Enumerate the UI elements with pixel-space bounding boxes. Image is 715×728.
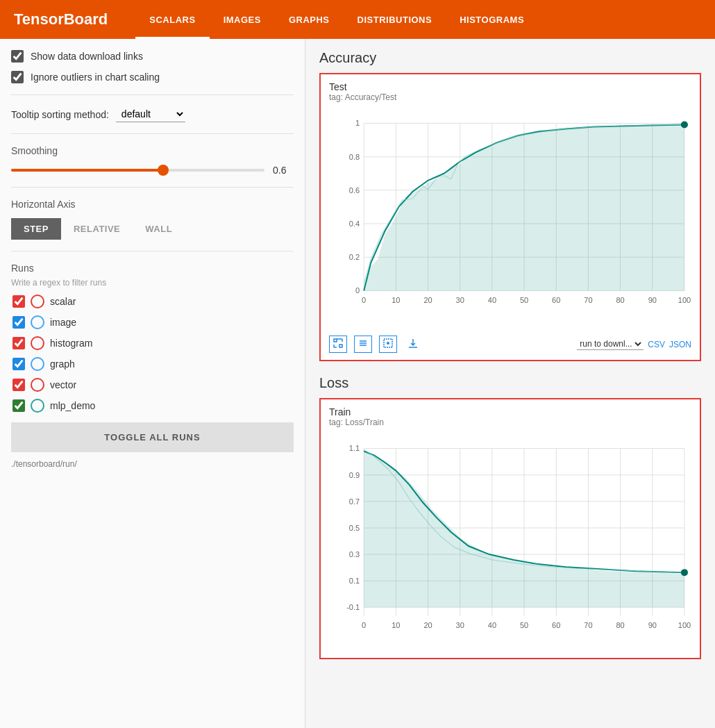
run-item-vector: vector (11, 375, 294, 395)
app-container: TensorBoard SCALARS IMAGES GRAPHS DISTRI… (0, 0, 715, 728)
svg-text:10: 10 (392, 621, 400, 629)
accuracy-run-select[interactable]: run to downl... (577, 338, 644, 350)
divider-1 (11, 94, 294, 95)
svg-text:40: 40 (488, 621, 496, 629)
svg-text:90: 90 (648, 296, 657, 304)
run-checkbox-mlp-demo[interactable] (12, 399, 25, 412)
accuracy-chart-tag: tag: Accuracy/Test (329, 92, 691, 102)
slider-row: 0.6 (11, 165, 294, 176)
loss-chart-title: Train (329, 406, 691, 417)
run-name-graph: graph (50, 358, 75, 370)
svg-text:0.8: 0.8 (349, 153, 360, 161)
run-checkbox-scalar[interactable] (12, 295, 25, 308)
smoothing-section: Smoothing 0.6 (11, 145, 294, 176)
nav-images[interactable]: IMAGES (210, 0, 275, 39)
loss-section: Loss Train tag: Loss/Train (319, 375, 701, 659)
run-item-image: image (11, 313, 294, 332)
run-circle-vector (31, 378, 44, 392)
nav-graphs[interactable]: GRAPHS (275, 0, 344, 39)
run-name-vector: vector (50, 379, 76, 390)
show-download-label: Show data download links (31, 51, 143, 62)
app-body: Show data download links Ignore outliers… (0, 39, 715, 728)
run-item-histogram: histogram (11, 333, 294, 353)
run-item-graph: graph (11, 354, 294, 374)
accuracy-title: Accuracy (319, 50, 701, 66)
accuracy-select-button[interactable] (379, 336, 397, 353)
accuracy-expand-button[interactable] (329, 336, 347, 353)
svg-rect-34 (334, 339, 337, 342)
accuracy-json-link[interactable]: JSON (669, 340, 691, 349)
accuracy-y-labels: 1 0.8 0.6 0.4 0.2 0 (349, 119, 360, 295)
accuracy-chart-area: 1 0.8 0.6 0.4 0.2 0 0 10 2 (329, 106, 691, 329)
tooltip-select[interactable]: default descending ascending nearest (116, 106, 185, 122)
slider-track (11, 169, 264, 172)
smoothing-label: Smoothing (11, 145, 294, 156)
svg-text:-0.1: -0.1 (346, 603, 360, 611)
smoothing-value: 0.6 (273, 165, 294, 176)
accuracy-data-button[interactable] (354, 336, 372, 353)
run-checkbox-vector[interactable] (12, 379, 25, 391)
nav-scalars[interactable]: SCALARS (135, 0, 209, 39)
run-checkbox-graph[interactable] (12, 358, 25, 370)
svg-point-44 (387, 342, 389, 345)
svg-text:60: 60 (552, 296, 560, 304)
divider-3 (11, 187, 294, 188)
svg-text:20: 20 (423, 296, 432, 304)
svg-text:1.1: 1.1 (349, 444, 360, 452)
run-circle-graph (31, 357, 44, 371)
accuracy-chart-card: Test tag: Accuracy/Test (319, 73, 701, 361)
run-item-mlp-demo: mlp_demo (11, 396, 294, 415)
svg-text:100: 100 (678, 296, 691, 304)
show-download-row: Show data download links (11, 50, 294, 63)
nav-histograms[interactable]: HISTOGRAMS (446, 0, 538, 39)
run-name-scalar: scalar (50, 296, 76, 307)
accuracy-download-button[interactable] (404, 336, 422, 353)
accuracy-csv-link[interactable]: CSV (648, 340, 665, 349)
svg-text:0.1: 0.1 (349, 577, 360, 585)
svg-text:30: 30 (456, 621, 464, 629)
svg-text:80: 80 (616, 296, 624, 304)
ignore-outliers-row: Ignore outliers in chart scaling (11, 71, 294, 83)
runs-label: Runs (11, 263, 294, 274)
run-name-image: image (50, 317, 76, 328)
run-circle-image (31, 315, 44, 329)
slider-thumb[interactable] (158, 165, 169, 176)
svg-text:0.6: 0.6 (349, 186, 360, 195)
header: TensorBoard SCALARS IMAGES GRAPHS DISTRI… (0, 0, 715, 39)
loss-end-dot (681, 569, 688, 576)
axis-step-button[interactable]: STEP (11, 218, 61, 240)
runs-list: scalar image histogram (11, 292, 294, 415)
accuracy-chart-svg: 1 0.8 0.6 0.4 0.2 0 0 10 2 (329, 106, 691, 329)
run-checkbox-image[interactable] (12, 316, 25, 329)
accuracy-end-dot (681, 121, 688, 128)
svg-text:90: 90 (648, 621, 657, 629)
axis-wall-button[interactable]: WALL (133, 218, 185, 240)
accuracy-chart-toolbar: run to downl... CSV JSON (329, 333, 691, 356)
svg-text:50: 50 (520, 621, 528, 629)
accuracy-area (364, 124, 684, 290)
run-circle-scalar (31, 295, 44, 308)
run-item-scalar: scalar (11, 292, 294, 311)
main-nav: SCALARS IMAGES GRAPHS DISTRIBUTIONS HIST… (135, 0, 538, 39)
ignore-outliers-checkbox[interactable] (11, 71, 24, 83)
svg-text:1: 1 (355, 119, 360, 127)
svg-text:0.3: 0.3 (349, 550, 360, 559)
ignore-outliers-label: Ignore outliers in chart scaling (31, 72, 160, 83)
svg-text:0: 0 (355, 286, 360, 295)
accuracy-chart-title: Test (329, 81, 691, 92)
loss-chart-area: 1.1 0.9 0.7 0.5 0.3 0.1 -0.1 0 (329, 431, 691, 654)
run-name-histogram: histogram (50, 338, 92, 349)
nav-distributions[interactable]: DISTRIBUTIONS (344, 0, 446, 39)
axis-relative-button[interactable]: RELATIVE (61, 218, 133, 240)
tooltip-row: Tooltip sorting method: default descendi… (11, 106, 294, 122)
runs-filter-label: Write a regex to filter runs (11, 278, 294, 288)
svg-text:0: 0 (362, 621, 366, 629)
run-checkbox-histogram[interactable] (12, 337, 25, 349)
svg-text:50: 50 (520, 296, 528, 304)
toggle-all-button[interactable]: TOGGLE ALL RUNS (11, 422, 294, 452)
svg-text:70: 70 (584, 296, 592, 304)
svg-text:0.2: 0.2 (349, 253, 360, 261)
svg-text:80: 80 (616, 621, 624, 629)
show-download-checkbox[interactable] (11, 50, 24, 63)
svg-text:70: 70 (584, 621, 592, 629)
